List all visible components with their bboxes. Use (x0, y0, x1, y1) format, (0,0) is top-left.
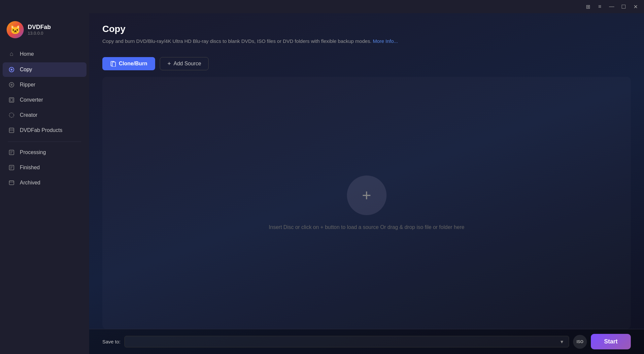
ripper-icon (8, 82, 15, 88)
sidebar-item-home[interactable]: ⌂ Home (3, 46, 86, 62)
sidebar-item-finished[interactable]: Finished (3, 160, 86, 175)
sidebar-item-label-processing: Processing (20, 149, 46, 155)
sidebar-item-processing[interactable]: Processing (3, 145, 86, 160)
sidebar-item-label-home: Home (20, 51, 34, 57)
home-icon: ⌂ (8, 50, 15, 57)
page-title: Copy (102, 24, 631, 34)
svg-rect-21 (112, 62, 116, 67)
maximize-button[interactable]: ☐ (619, 2, 628, 11)
sidebar-item-archived[interactable]: Archived (3, 176, 86, 190)
clone-burn-button[interactable]: Clone/Burn (102, 57, 155, 70)
sidebar-item-label-converter: Converter (20, 97, 43, 103)
svg-point-6 (9, 113, 14, 117)
toolbar: Clone/Burn + Add Source (89, 52, 644, 77)
svg-rect-5 (10, 99, 13, 101)
drop-zone[interactable]: + Insert Disc or click on + button to lo… (102, 77, 631, 329)
more-info-link[interactable]: More Info... (373, 38, 398, 44)
sidebar-item-label-dvdfab-products: DVDFab Products (20, 127, 62, 133)
nav-divider (8, 142, 81, 142)
copy-icon (8, 67, 15, 73)
main-content: Copy Copy and burn DVD/Blu-ray/4K Ultra … (89, 13, 644, 354)
iso-button[interactable]: ISO (573, 335, 587, 349)
sidebar-item-label-ripper: Ripper (20, 82, 35, 88)
save-to-label: Save to: (102, 339, 120, 344)
minimize-button[interactable]: — (607, 2, 616, 11)
app-layout: 🐱 DVDFab 13.0.0.0 ⌂ Home (0, 13, 644, 354)
drop-hint: Insert Disc or click on + button to load… (269, 224, 464, 230)
sidebar-item-label-creator: Creator (20, 112, 37, 118)
add-circle-icon: + (362, 187, 371, 203)
sidebar-item-creator[interactable]: Creator (3, 108, 86, 122)
brand-section: 🐱 DVDFab 13.0.0.0 (0, 17, 89, 46)
sidebar-item-ripper[interactable]: Ripper (3, 78, 86, 92)
svg-rect-7 (9, 128, 14, 133)
save-to-input[interactable] (129, 339, 557, 344)
sidebar-nav: ⌂ Home Copy (0, 46, 89, 354)
creator-icon (8, 112, 15, 118)
converter-icon (8, 97, 15, 103)
clone-burn-icon (110, 61, 116, 67)
svg-point-2 (9, 82, 14, 87)
sidebar: 🐱 DVDFab 13.0.0.0 ⌂ Home (0, 13, 89, 354)
save-to-wrapper: ▼ (124, 336, 569, 347)
sidebar-item-label-archived: Archived (20, 180, 40, 186)
sidebar-item-label-finished: Finished (20, 165, 40, 171)
brand-name: DVDFab (28, 24, 51, 31)
sidebar-item-copy[interactable]: Copy (3, 62, 86, 77)
close-button[interactable]: ✕ (631, 2, 640, 11)
monitor-button[interactable]: ⊞ (583, 2, 593, 11)
archived-icon (8, 180, 15, 186)
menu-button[interactable]: ≡ (595, 2, 604, 11)
sidebar-item-dvdfab-products[interactable]: DVDFab Products (3, 123, 86, 138)
add-circle-button[interactable]: + (347, 176, 387, 215)
sidebar-item-label-copy: Copy (20, 67, 32, 73)
svg-rect-18 (9, 181, 14, 185)
add-source-button[interactable]: + Add Source (160, 57, 209, 70)
brand-version: 13.0.0.0 (28, 31, 51, 36)
start-button[interactable]: Start (591, 334, 631, 349)
plus-icon: + (167, 61, 171, 67)
avatar: 🐱 (7, 21, 24, 38)
dvdfab-products-icon (8, 127, 15, 133)
svg-rect-4 (9, 98, 14, 102)
footer-bar: Save to: ▼ ISO Start (89, 329, 644, 354)
content-header: Copy Copy and burn DVD/Blu-ray/4K Ultra … (89, 13, 644, 52)
sidebar-item-converter[interactable]: Converter (3, 93, 86, 107)
svg-point-3 (11, 84, 12, 85)
title-bar: ⊞ ≡ — ☐ ✕ (0, 0, 644, 13)
brand-info: DVDFab 13.0.0.0 (28, 24, 51, 36)
svg-point-1 (11, 69, 13, 71)
chevron-down-icon: ▼ (559, 339, 564, 344)
finished-icon (8, 165, 15, 171)
page-description: Copy and burn DVD/Blu-ray/4K Ultra HD Bl… (102, 38, 631, 45)
processing-icon (8, 149, 15, 155)
